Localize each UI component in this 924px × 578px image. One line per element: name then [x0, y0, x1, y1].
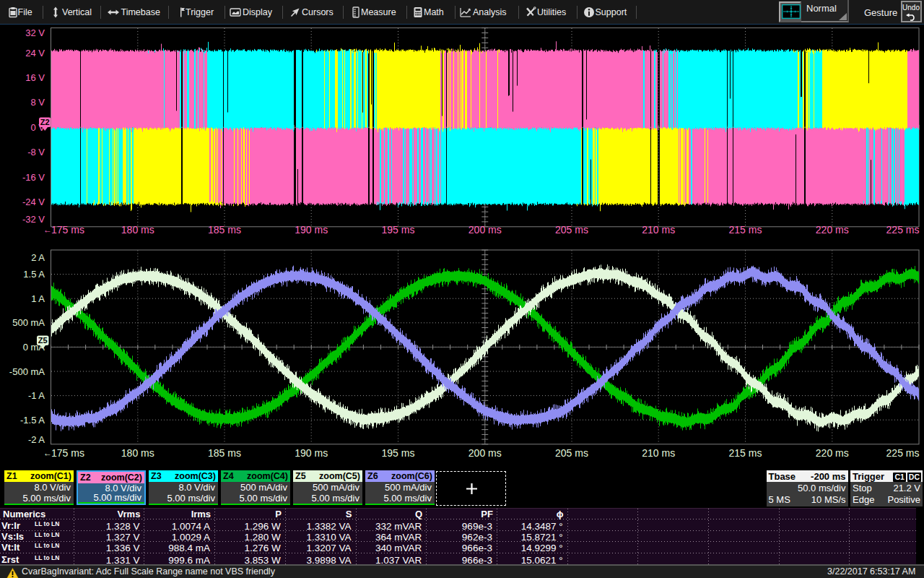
svg-text:2 A: 2 A [31, 252, 45, 263]
svg-text:-1.5 A: -1.5 A [20, 415, 45, 426]
svg-text:-16 V: -16 V [22, 172, 45, 183]
svg-text:-2 A: -2 A [28, 434, 45, 445]
svg-text:200 ms: 200 ms [468, 447, 502, 459]
svg-text:1.5 A: 1.5 A [23, 269, 45, 280]
svg-text:215 ms: 215 ms [729, 224, 762, 236]
svg-text:-24 V: -24 V [22, 197, 45, 207]
svg-text:500 mA: 500 mA [12, 317, 45, 328]
svg-text:-1 A: -1 A [28, 390, 45, 401]
svg-text:-8 V: -8 V [27, 147, 45, 158]
svg-text:16 V: 16 V [25, 72, 45, 83]
svg-text:185 ms: 185 ms [208, 447, 241, 459]
svg-text:180 ms: 180 ms [121, 224, 154, 236]
svg-text:180 ms: 180 ms [121, 447, 154, 459]
svg-text:Z5: Z5 [38, 336, 48, 345]
svg-text:190 ms: 190 ms [295, 447, 328, 459]
svg-text:Z2: Z2 [40, 118, 50, 126]
svg-text:220 ms: 220 ms [816, 224, 849, 236]
svg-text:205 ms: 205 ms [555, 224, 588, 236]
svg-text:210 ms: 210 ms [642, 224, 675, 236]
svg-text:195 ms: 195 ms [382, 447, 415, 459]
svg-text:1 A: 1 A [31, 293, 45, 304]
svg-text:190 ms: 190 ms [295, 224, 328, 236]
svg-text:-32 V: -32 V [22, 214, 45, 225]
svg-text:210 ms: 210 ms [642, 447, 675, 459]
svg-text:185 ms: 185 ms [208, 224, 241, 236]
svg-text:195 ms: 195 ms [382, 224, 415, 236]
svg-text:32 V: 32 V [25, 27, 45, 38]
svg-text:175 ms: 175 ms [51, 224, 84, 236]
svg-text:24 V: 24 V [25, 48, 45, 59]
svg-text:225 ms: 225 ms [886, 224, 920, 236]
svg-text:220 ms: 220 ms [816, 447, 849, 459]
svg-text:225 ms: 225 ms [886, 447, 920, 459]
svg-text:205 ms: 205 ms [555, 447, 588, 459]
svg-text:8 V: 8 V [30, 97, 45, 108]
svg-text:200 ms: 200 ms [468, 224, 502, 236]
svg-text:175 ms: 175 ms [51, 447, 84, 459]
svg-text:215 ms: 215 ms [729, 447, 762, 459]
svg-text:-500 mA: -500 mA [9, 366, 45, 377]
